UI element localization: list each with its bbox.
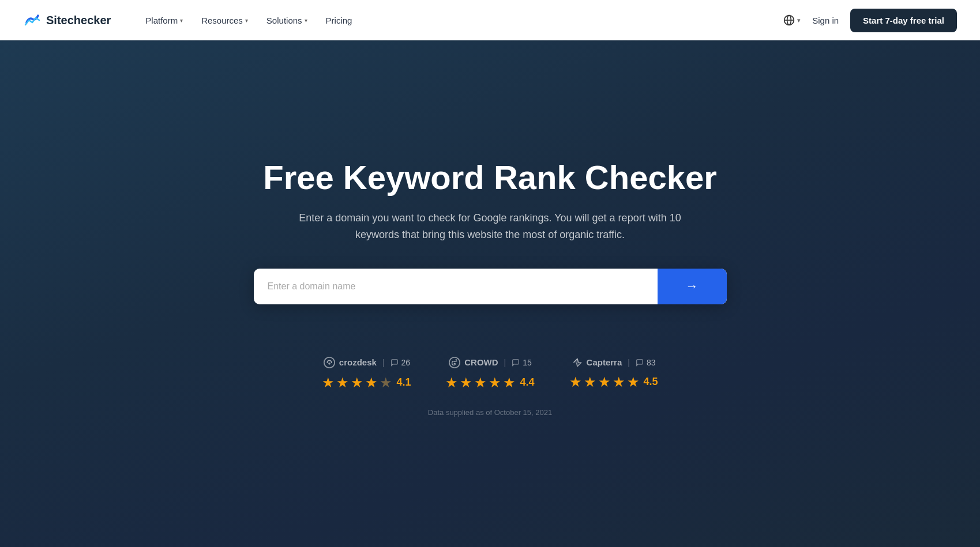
star-empty: ★	[380, 375, 392, 391]
domain-search-box: →	[254, 269, 727, 304]
crozdesk-score: 4.1	[396, 376, 411, 388]
domain-search-input[interactable]	[254, 269, 658, 304]
g2crowd-label: CROWD	[464, 357, 498, 367]
capterra-label: Capterra	[587, 357, 622, 367]
star-4: ★	[489, 375, 501, 391]
comment-icon-capterra	[636, 359, 644, 367]
comment-icon	[391, 359, 399, 367]
star-4: ★	[613, 374, 625, 390]
g2crowd-logo: G 2 CROWD	[448, 356, 498, 369]
g2crowd-score: 4.4	[520, 376, 534, 388]
capterra-stars: ★ ★ ★ ★ ★ 4.5	[569, 374, 658, 390]
nav-right: ▾ Sign in Start 7-day free trial	[783, 9, 957, 32]
language-chevron-icon: ▾	[797, 17, 801, 24]
g2crowd-review-count: 15	[523, 358, 532, 367]
hero-section: Free Keyword Rank Checker Enter a domain…	[0, 40, 980, 547]
nav-platform[interactable]: Platform ▾	[138, 11, 190, 30]
g2crowd-rating: G 2 CROWD | 15 ★ ★ ★ ★ ★	[445, 356, 534, 391]
star-1: ★	[569, 374, 582, 390]
star-half: ★	[627, 374, 640, 390]
resources-chevron-icon: ▾	[245, 17, 248, 24]
crozdesk-stars: ★ ★ ★ ★ ★ 4.1	[322, 375, 411, 391]
hero-title: Free Keyword Rank Checker	[263, 159, 717, 196]
svg-text:2: 2	[455, 359, 457, 363]
hero-subtitle: Enter a domain you want to check for Goo…	[283, 210, 698, 243]
search-button[interactable]: →	[658, 269, 727, 304]
brand-logo-icon	[23, 11, 42, 29]
start-trial-button[interactable]: Start 7-day free trial	[850, 9, 957, 32]
star-3: ★	[474, 375, 487, 391]
nav-resources[interactable]: Resources ▾	[194, 11, 255, 30]
star-1: ★	[445, 375, 458, 391]
globe-icon	[783, 14, 795, 26]
g2-icon: G 2	[448, 356, 461, 369]
star-half: ★	[365, 375, 378, 391]
data-note: Data supplied as of October 15, 2021	[428, 408, 552, 417]
nav-solutions[interactable]: Solutions ▾	[260, 11, 314, 30]
star-3: ★	[598, 374, 611, 390]
star-2: ★	[584, 374, 596, 390]
navbar: Sitechecker Platform ▾ Resources ▾ Solut…	[0, 0, 980, 40]
ratings-row: crozdesk | 26 ★ ★ ★ ★ ★ 4.1	[322, 356, 658, 391]
crozdesk-label: crozdesk	[339, 357, 377, 367]
brand-logo-link[interactable]: Sitechecker	[23, 11, 111, 29]
capterra-logo: Capterra	[572, 357, 622, 368]
capterra-count: 83	[636, 358, 656, 367]
capterra-icon	[572, 357, 583, 368]
star-3: ★	[351, 375, 363, 391]
platform-chevron-icon: ▾	[180, 17, 183, 24]
capterra-score: 4.5	[644, 376, 658, 388]
crozdesk-rating: crozdesk | 26 ★ ★ ★ ★ ★ 4.1	[322, 356, 411, 391]
nav-links: Platform ▾ Resources ▾ Solutions ▾ Prici…	[138, 11, 783, 30]
star-2: ★	[336, 375, 349, 391]
solutions-chevron-icon: ▾	[305, 17, 307, 24]
crozdesk-logo: crozdesk	[323, 356, 377, 369]
nav-pricing[interactable]: Pricing	[319, 11, 359, 30]
g2crowd-stars: ★ ★ ★ ★ ★ 4.4	[445, 375, 534, 391]
star-1: ★	[322, 375, 335, 391]
arrow-right-icon: →	[686, 279, 699, 294]
crozdesk-review-count: 26	[401, 358, 411, 367]
svg-point-4	[328, 363, 331, 365]
capterra-review-count: 83	[647, 358, 656, 367]
signin-link[interactable]: Sign in	[812, 16, 839, 25]
language-selector[interactable]: ▾	[783, 14, 801, 26]
brand-name: Sitechecker	[46, 14, 111, 27]
comment-icon-g2	[512, 359, 520, 367]
crozdesk-count: 26	[391, 358, 411, 367]
capterra-rating: Capterra | 83 ★ ★ ★ ★ ★ 4.5	[569, 357, 658, 390]
star-2: ★	[460, 375, 472, 391]
crozdesk-icon	[323, 356, 336, 369]
g2crowd-count: 15	[512, 358, 532, 367]
star-half: ★	[503, 375, 516, 391]
